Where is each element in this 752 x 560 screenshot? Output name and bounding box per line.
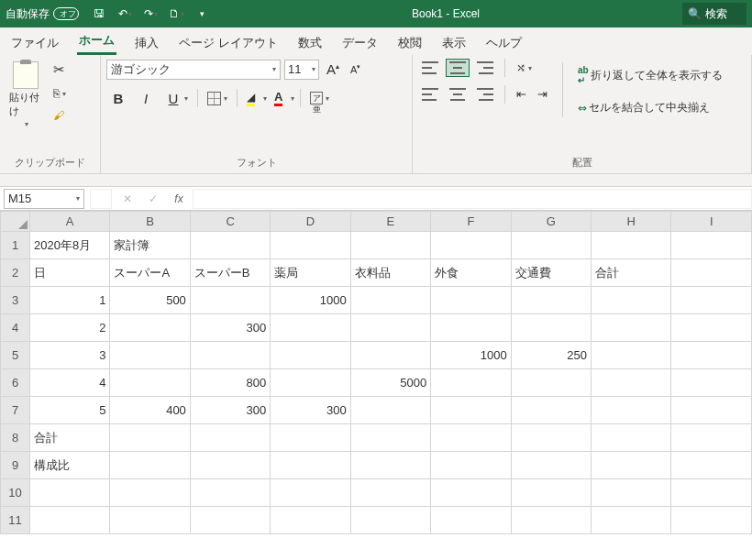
cell-I1[interactable] bbox=[671, 232, 752, 259]
cell-G4[interactable] bbox=[511, 314, 591, 342]
col-header-I[interactable]: I bbox=[671, 212, 752, 232]
cancel-entry-button[interactable]: ✕ bbox=[117, 192, 138, 205]
cell-H2[interactable]: 合計 bbox=[592, 259, 671, 287]
cell-H9[interactable] bbox=[592, 452, 671, 479]
border-button[interactable]: ▾ bbox=[204, 89, 231, 108]
tab-insert[interactable]: 挿入 bbox=[133, 29, 160, 55]
formula-bar[interactable] bbox=[193, 189, 752, 209]
paste-button[interactable]: 貼り付け ▾ bbox=[6, 59, 46, 131]
cell-D10[interactable] bbox=[271, 479, 350, 507]
cell-E10[interactable] bbox=[350, 479, 430, 507]
cell-H10[interactable] bbox=[592, 479, 671, 507]
cell-A11[interactable] bbox=[29, 507, 109, 534]
cell-C6[interactable]: 800 bbox=[190, 369, 270, 397]
cell-I9[interactable] bbox=[671, 452, 752, 479]
cell-B7[interactable]: 400 bbox=[110, 397, 190, 424]
cell-H6[interactable] bbox=[592, 369, 671, 397]
cell-C10[interactable] bbox=[190, 479, 270, 507]
fill-color-button[interactable]: ◢ bbox=[243, 88, 259, 109]
cell-H1[interactable] bbox=[592, 232, 671, 259]
cell-D3[interactable]: 1000 bbox=[271, 287, 350, 314]
cell-I2[interactable] bbox=[671, 259, 752, 287]
increase-font-button[interactable]: A▴ bbox=[323, 59, 343, 80]
align-right-button[interactable] bbox=[473, 85, 497, 104]
row-header-4[interactable]: 4 bbox=[1, 314, 30, 342]
tab-pagelayout[interactable]: ページ レイアウト bbox=[177, 29, 280, 55]
cell-A1[interactable]: 2020年8月 bbox=[29, 232, 109, 259]
col-header-H[interactable]: H bbox=[592, 212, 671, 232]
wrap-text-button[interactable]: ab↵ 折り返して全体を表示する bbox=[574, 62, 726, 88]
cell-G1[interactable] bbox=[511, 232, 591, 259]
cell-B6[interactable] bbox=[110, 369, 190, 397]
cell-G6[interactable] bbox=[511, 369, 591, 397]
decrease-indent-button[interactable]: ⇤ bbox=[513, 84, 530, 104]
cell-I3[interactable] bbox=[671, 287, 752, 314]
col-header-B[interactable]: B bbox=[110, 212, 190, 232]
cell-F6[interactable] bbox=[431, 369, 511, 397]
underline-button[interactable]: U▾ bbox=[161, 88, 192, 109]
cell-I7[interactable] bbox=[671, 397, 752, 424]
cell-E1[interactable] bbox=[350, 232, 430, 259]
tab-file[interactable]: ファイル bbox=[9, 29, 61, 55]
cell-A10[interactable] bbox=[29, 479, 109, 507]
cell-F11[interactable] bbox=[431, 507, 511, 534]
tab-review[interactable]: 校閲 bbox=[396, 29, 424, 55]
cell-B8[interactable] bbox=[110, 424, 190, 452]
increase-indent-button[interactable]: ⇥ bbox=[534, 84, 551, 104]
row-header-10[interactable]: 10 bbox=[1, 479, 30, 507]
cell-F7[interactable] bbox=[431, 397, 511, 424]
cell-H8[interactable] bbox=[592, 424, 671, 452]
cell-G5[interactable]: 250 bbox=[511, 342, 591, 369]
align-bottom-button[interactable] bbox=[473, 59, 497, 77]
cell-A2[interactable]: 日 bbox=[29, 259, 109, 287]
col-header-F[interactable]: F bbox=[431, 212, 511, 232]
cell-H3[interactable] bbox=[592, 287, 671, 314]
cell-B4[interactable] bbox=[110, 314, 190, 342]
cell-C2[interactable]: スーパーB bbox=[190, 259, 270, 287]
name-box[interactable]: M15▾ bbox=[4, 189, 84, 209]
cell-F8[interactable] bbox=[431, 424, 511, 452]
cell-I4[interactable] bbox=[671, 314, 752, 342]
cell-G7[interactable] bbox=[511, 397, 591, 424]
cell-F1[interactable] bbox=[431, 232, 511, 259]
cell-I8[interactable] bbox=[671, 424, 752, 452]
col-header-C[interactable]: C bbox=[190, 212, 270, 232]
cell-A6[interactable]: 4 bbox=[29, 369, 109, 397]
font-color-button[interactable]: A bbox=[271, 87, 286, 109]
cell-G11[interactable] bbox=[511, 507, 591, 534]
cell-C8[interactable] bbox=[190, 424, 270, 452]
cell-B10[interactable] bbox=[110, 479, 190, 507]
align-top-button[interactable] bbox=[418, 59, 442, 77]
cell-H7[interactable] bbox=[592, 397, 671, 424]
cell-I11[interactable] bbox=[671, 507, 752, 534]
cell-D8[interactable] bbox=[271, 424, 350, 452]
cell-I10[interactable] bbox=[671, 479, 752, 507]
cell-D5[interactable] bbox=[271, 342, 350, 369]
redo-icon[interactable]: ↷▾ bbox=[143, 6, 158, 21]
col-header-G[interactable]: G bbox=[511, 212, 591, 232]
row-header-7[interactable]: 7 bbox=[1, 397, 30, 424]
align-middle-button[interactable] bbox=[446, 59, 470, 77]
cell-F5[interactable]: 1000 bbox=[431, 342, 511, 369]
undo-icon[interactable]: ↶▾ bbox=[117, 6, 132, 21]
qat-customize-icon[interactable]: ▾ bbox=[194, 6, 209, 21]
cell-H11[interactable] bbox=[592, 507, 671, 534]
cell-E4[interactable] bbox=[350, 314, 430, 342]
col-header-D[interactable]: D bbox=[271, 212, 350, 232]
cut-button[interactable]: ✂ bbox=[50, 59, 70, 81]
tab-view[interactable]: 表示 bbox=[440, 29, 468, 55]
cell-A8[interactable]: 合計 bbox=[29, 424, 109, 452]
cell-C5[interactable] bbox=[190, 342, 270, 369]
cell-E3[interactable] bbox=[350, 287, 430, 314]
tab-help[interactable]: ヘルプ bbox=[484, 29, 524, 55]
cell-D4[interactable] bbox=[271, 314, 350, 342]
cell-H4[interactable] bbox=[592, 314, 671, 342]
italic-button[interactable]: I bbox=[134, 88, 158, 109]
cell-C1[interactable] bbox=[190, 232, 270, 259]
align-left-button[interactable] bbox=[418, 85, 442, 104]
row-header-9[interactable]: 9 bbox=[1, 452, 30, 479]
cell-H5[interactable] bbox=[592, 342, 671, 369]
decrease-font-button[interactable]: A▾ bbox=[347, 60, 364, 78]
tab-home[interactable]: ホーム bbox=[77, 27, 116, 55]
cell-F4[interactable] bbox=[431, 314, 511, 342]
